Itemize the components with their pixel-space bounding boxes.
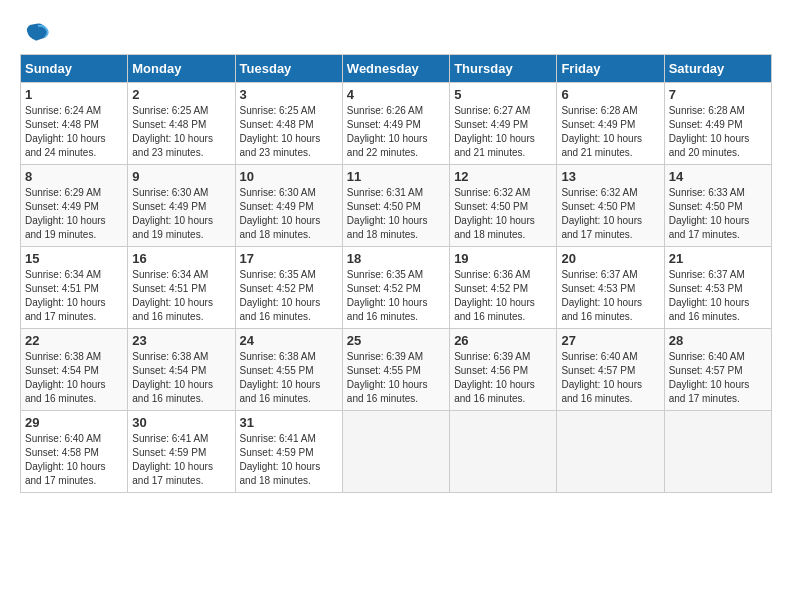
day-number: 21 (669, 251, 767, 266)
calendar-cell: 14 Sunrise: 6:33 AMSunset: 4:50 PMDaylig… (664, 165, 771, 247)
day-number: 12 (454, 169, 552, 184)
day-number: 5 (454, 87, 552, 102)
day-number: 17 (240, 251, 338, 266)
calendar-cell: 15 Sunrise: 6:34 AMSunset: 4:51 PMDaylig… (21, 247, 128, 329)
day-number: 26 (454, 333, 552, 348)
column-header-wednesday: Wednesday (342, 55, 449, 83)
calendar-cell (342, 411, 449, 493)
day-info: Sunrise: 6:38 AMSunset: 4:54 PMDaylight:… (132, 350, 230, 406)
day-number: 13 (561, 169, 659, 184)
calendar-cell: 6 Sunrise: 6:28 AMSunset: 4:49 PMDayligh… (557, 83, 664, 165)
day-number: 31 (240, 415, 338, 430)
day-info: Sunrise: 6:25 AMSunset: 4:48 PMDaylight:… (240, 104, 338, 160)
day-number: 27 (561, 333, 659, 348)
column-header-saturday: Saturday (664, 55, 771, 83)
day-number: 8 (25, 169, 123, 184)
calendar-cell: 26 Sunrise: 6:39 AMSunset: 4:56 PMDaylig… (450, 329, 557, 411)
day-number: 11 (347, 169, 445, 184)
day-info: Sunrise: 6:38 AMSunset: 4:55 PMDaylight:… (240, 350, 338, 406)
day-info: Sunrise: 6:38 AMSunset: 4:54 PMDaylight:… (25, 350, 123, 406)
day-info: Sunrise: 6:27 AMSunset: 4:49 PMDaylight:… (454, 104, 552, 160)
calendar-cell: 29 Sunrise: 6:40 AMSunset: 4:58 PMDaylig… (21, 411, 128, 493)
day-number: 23 (132, 333, 230, 348)
calendar-cell (557, 411, 664, 493)
day-info: Sunrise: 6:37 AMSunset: 4:53 PMDaylight:… (669, 268, 767, 324)
day-info: Sunrise: 6:28 AMSunset: 4:49 PMDaylight:… (561, 104, 659, 160)
page-header (20, 20, 772, 44)
day-number: 29 (25, 415, 123, 430)
calendar-week-1: 1 Sunrise: 6:24 AMSunset: 4:48 PMDayligh… (21, 83, 772, 165)
logo-icon (20, 20, 50, 44)
day-number: 10 (240, 169, 338, 184)
day-info: Sunrise: 6:35 AMSunset: 4:52 PMDaylight:… (240, 268, 338, 324)
calendar-cell: 4 Sunrise: 6:26 AMSunset: 4:49 PMDayligh… (342, 83, 449, 165)
calendar-cell: 13 Sunrise: 6:32 AMSunset: 4:50 PMDaylig… (557, 165, 664, 247)
day-number: 30 (132, 415, 230, 430)
day-info: Sunrise: 6:41 AMSunset: 4:59 PMDaylight:… (132, 432, 230, 488)
day-info: Sunrise: 6:35 AMSunset: 4:52 PMDaylight:… (347, 268, 445, 324)
day-info: Sunrise: 6:32 AMSunset: 4:50 PMDaylight:… (454, 186, 552, 242)
day-info: Sunrise: 6:39 AMSunset: 4:55 PMDaylight:… (347, 350, 445, 406)
day-info: Sunrise: 6:24 AMSunset: 4:48 PMDaylight:… (25, 104, 123, 160)
calendar-cell: 20 Sunrise: 6:37 AMSunset: 4:53 PMDaylig… (557, 247, 664, 329)
calendar-cell: 1 Sunrise: 6:24 AMSunset: 4:48 PMDayligh… (21, 83, 128, 165)
calendar-cell: 17 Sunrise: 6:35 AMSunset: 4:52 PMDaylig… (235, 247, 342, 329)
day-info: Sunrise: 6:25 AMSunset: 4:48 PMDaylight:… (132, 104, 230, 160)
calendar-cell: 9 Sunrise: 6:30 AMSunset: 4:49 PMDayligh… (128, 165, 235, 247)
day-info: Sunrise: 6:31 AMSunset: 4:50 PMDaylight:… (347, 186, 445, 242)
day-number: 4 (347, 87, 445, 102)
calendar-cell: 19 Sunrise: 6:36 AMSunset: 4:52 PMDaylig… (450, 247, 557, 329)
column-header-sunday: Sunday (21, 55, 128, 83)
day-number: 9 (132, 169, 230, 184)
logo (20, 20, 54, 44)
calendar-week-5: 29 Sunrise: 6:40 AMSunset: 4:58 PMDaylig… (21, 411, 772, 493)
day-number: 22 (25, 333, 123, 348)
calendar-week-2: 8 Sunrise: 6:29 AMSunset: 4:49 PMDayligh… (21, 165, 772, 247)
day-info: Sunrise: 6:41 AMSunset: 4:59 PMDaylight:… (240, 432, 338, 488)
day-info: Sunrise: 6:32 AMSunset: 4:50 PMDaylight:… (561, 186, 659, 242)
day-info: Sunrise: 6:29 AMSunset: 4:49 PMDaylight:… (25, 186, 123, 242)
calendar-cell: 18 Sunrise: 6:35 AMSunset: 4:52 PMDaylig… (342, 247, 449, 329)
day-number: 16 (132, 251, 230, 266)
day-info: Sunrise: 6:36 AMSunset: 4:52 PMDaylight:… (454, 268, 552, 324)
calendar-cell: 8 Sunrise: 6:29 AMSunset: 4:49 PMDayligh… (21, 165, 128, 247)
calendar-cell: 23 Sunrise: 6:38 AMSunset: 4:54 PMDaylig… (128, 329, 235, 411)
day-number: 28 (669, 333, 767, 348)
column-header-friday: Friday (557, 55, 664, 83)
day-number: 6 (561, 87, 659, 102)
calendar-cell: 3 Sunrise: 6:25 AMSunset: 4:48 PMDayligh… (235, 83, 342, 165)
day-info: Sunrise: 6:30 AMSunset: 4:49 PMDaylight:… (132, 186, 230, 242)
calendar-header-row: SundayMondayTuesdayWednesdayThursdayFrid… (21, 55, 772, 83)
calendar-cell: 28 Sunrise: 6:40 AMSunset: 4:57 PMDaylig… (664, 329, 771, 411)
day-number: 15 (25, 251, 123, 266)
calendar-cell: 10 Sunrise: 6:30 AMSunset: 4:49 PMDaylig… (235, 165, 342, 247)
calendar-cell (450, 411, 557, 493)
day-number: 25 (347, 333, 445, 348)
day-info: Sunrise: 6:34 AMSunset: 4:51 PMDaylight:… (132, 268, 230, 324)
day-number: 3 (240, 87, 338, 102)
calendar-week-4: 22 Sunrise: 6:38 AMSunset: 4:54 PMDaylig… (21, 329, 772, 411)
calendar-cell: 2 Sunrise: 6:25 AMSunset: 4:48 PMDayligh… (128, 83, 235, 165)
day-info: Sunrise: 6:28 AMSunset: 4:49 PMDaylight:… (669, 104, 767, 160)
day-number: 18 (347, 251, 445, 266)
day-info: Sunrise: 6:39 AMSunset: 4:56 PMDaylight:… (454, 350, 552, 406)
day-number: 14 (669, 169, 767, 184)
day-number: 2 (132, 87, 230, 102)
calendar-cell: 12 Sunrise: 6:32 AMSunset: 4:50 PMDaylig… (450, 165, 557, 247)
calendar-cell: 16 Sunrise: 6:34 AMSunset: 4:51 PMDaylig… (128, 247, 235, 329)
calendar-cell: 11 Sunrise: 6:31 AMSunset: 4:50 PMDaylig… (342, 165, 449, 247)
day-number: 1 (25, 87, 123, 102)
day-info: Sunrise: 6:40 AMSunset: 4:57 PMDaylight:… (669, 350, 767, 406)
calendar-table: SundayMondayTuesdayWednesdayThursdayFrid… (20, 54, 772, 493)
calendar-cell: 25 Sunrise: 6:39 AMSunset: 4:55 PMDaylig… (342, 329, 449, 411)
calendar-cell (664, 411, 771, 493)
day-info: Sunrise: 6:37 AMSunset: 4:53 PMDaylight:… (561, 268, 659, 324)
calendar-cell: 22 Sunrise: 6:38 AMSunset: 4:54 PMDaylig… (21, 329, 128, 411)
calendar-cell: 31 Sunrise: 6:41 AMSunset: 4:59 PMDaylig… (235, 411, 342, 493)
calendar-cell: 7 Sunrise: 6:28 AMSunset: 4:49 PMDayligh… (664, 83, 771, 165)
column-header-thursday: Thursday (450, 55, 557, 83)
day-number: 7 (669, 87, 767, 102)
calendar-cell: 27 Sunrise: 6:40 AMSunset: 4:57 PMDaylig… (557, 329, 664, 411)
calendar-cell: 21 Sunrise: 6:37 AMSunset: 4:53 PMDaylig… (664, 247, 771, 329)
day-info: Sunrise: 6:30 AMSunset: 4:49 PMDaylight:… (240, 186, 338, 242)
